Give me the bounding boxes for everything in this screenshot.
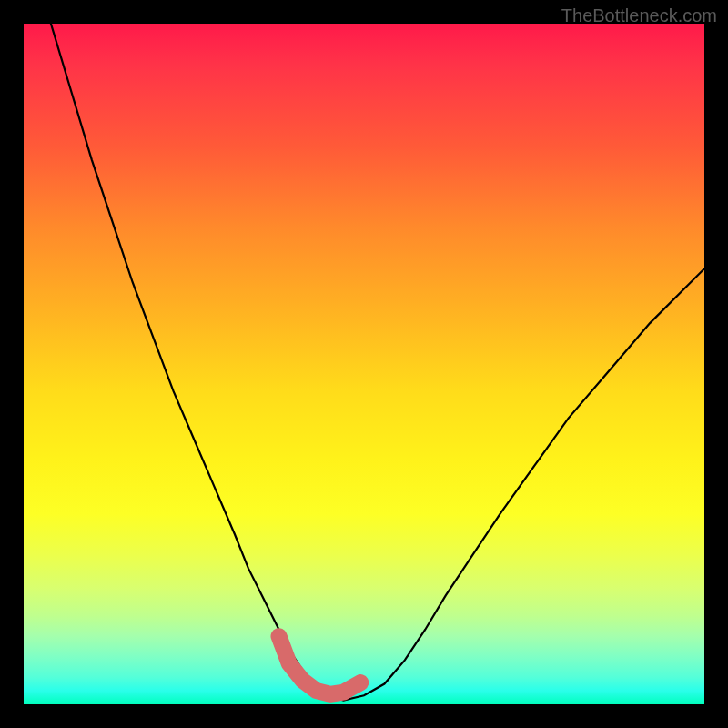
watermark-text: TheBottleneck.com <box>561 5 717 26</box>
curve-line <box>51 24 704 701</box>
chart-svg <box>24 24 704 704</box>
highlight-line <box>279 636 361 694</box>
plot-area <box>24 24 704 704</box>
